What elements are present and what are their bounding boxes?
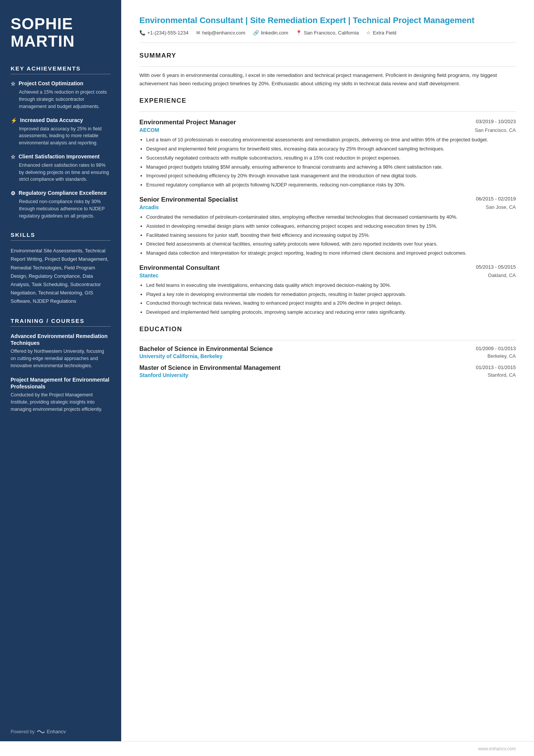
job-3-bullet-2: Played a key role in developing environm… bbox=[146, 291, 516, 299]
achievement-4: ⚙ Regulatory Compliance Excellence Reduc… bbox=[11, 190, 111, 219]
job-1-bullet-4: Managed project budgets totaling $5M ann… bbox=[146, 163, 516, 171]
achievement-3-title: Client Satisfaction Improvement bbox=[19, 153, 100, 160]
job-1-bullet-1: Led a team of 10 professionals in execut… bbox=[146, 136, 516, 144]
main-header: Environmental Consultant | Site Remediat… bbox=[139, 15, 516, 36]
skills-text: Environmental Site Assessments, Technica… bbox=[11, 247, 111, 305]
experience-title: EXPERIENCE bbox=[139, 97, 516, 105]
experience-section: EXPERIENCE Environmental Project Manager… bbox=[139, 97, 516, 316]
header-divider bbox=[139, 42, 516, 43]
degree-2-school: Stanford University bbox=[139, 372, 188, 378]
footer-url: www.enhancv.com bbox=[478, 746, 516, 751]
job-3-bullet-3: Conducted thorough technical data review… bbox=[146, 299, 516, 307]
job-2-bullet-3: Facilitated training sessions for junior… bbox=[146, 232, 516, 239]
summary-divider bbox=[139, 66, 516, 67]
job-title: Environmental Consultant | Site Remediat… bbox=[139, 15, 516, 26]
contact-location: 📍 San Francisco, California bbox=[296, 30, 359, 36]
phone-icon: 📞 bbox=[139, 30, 145, 36]
training-section-title: TRAINING / COURSES bbox=[11, 318, 111, 327]
summary-title: SUMMARY bbox=[139, 52, 516, 59]
linkedin-icon: 🔗 bbox=[253, 30, 259, 36]
degree-1-school: University of California, Berkeley bbox=[139, 353, 222, 359]
training-2-desc: Conducted by the Project Management Inst… bbox=[11, 391, 111, 413]
achievements-section-title: KEY ACHIEVEMENTS bbox=[11, 65, 111, 74]
enhancv-logo: Enhancv bbox=[37, 729, 66, 734]
job-2: Senior Environmental Specialist 06/2015 … bbox=[139, 196, 516, 257]
job-1-location: San Francisco, CA bbox=[475, 127, 516, 133]
job-1-company: AECOM bbox=[139, 127, 159, 133]
job-3: Environmental Consultant 05/2013 - 05/20… bbox=[139, 264, 516, 316]
location-text: San Francisco, California bbox=[304, 30, 359, 36]
achievement-4-title: Regulatory Compliance Excellence bbox=[19, 190, 107, 196]
achievement-1: ☆ Project Cost Optimization Achieved a 1… bbox=[11, 80, 111, 110]
experience-divider bbox=[139, 111, 516, 112]
summary-section: SUMMARY With over 6 years in environment… bbox=[139, 52, 516, 88]
degree-2-name: Master of Science in Environmental Manag… bbox=[139, 365, 281, 371]
job-1-bullet-6: Ensured regulatory compliance with all p… bbox=[146, 181, 516, 189]
job-2-title: Senior Environmental Specialist bbox=[139, 196, 238, 203]
job-1-bullet-2: Designed and implemented field programs … bbox=[146, 145, 516, 153]
degree-1-location: Berkeley, CA bbox=[487, 353, 516, 359]
job-2-bullet-2: Assisted in developing remedial design p… bbox=[146, 222, 516, 230]
training-2: Project Management for Environmental Pro… bbox=[11, 376, 111, 413]
job-1-bullets: Led a team of 10 professionals in execut… bbox=[146, 136, 516, 189]
job-3-bullets: Led field teams in executing site invest… bbox=[146, 282, 516, 316]
main-content: Environmental Consultant | Site Remediat… bbox=[121, 0, 534, 741]
footer-bar: www.enhancv.com bbox=[0, 741, 534, 756]
job-3-title: Environmental Consultant bbox=[139, 264, 220, 272]
candidate-name: SOPHIE MARTIN bbox=[11, 15, 111, 50]
achievement-2-title: Increased Data Accuracy bbox=[20, 117, 83, 123]
education-section: EDUCATION Bachelor of Science in Environ… bbox=[139, 326, 516, 378]
education-divider bbox=[139, 340, 516, 340]
skills-section-title: SKILLS bbox=[11, 232, 111, 241]
education-title: EDUCATION bbox=[139, 326, 516, 333]
summary-text: With over 6 years in environmental consu… bbox=[139, 71, 516, 88]
phone-text: +1-(234)-555-1234 bbox=[147, 30, 189, 36]
contact-email: ✉ help@enhancv.com bbox=[196, 30, 245, 36]
training-1-desc: Offered by Northwestern University, focu… bbox=[11, 348, 111, 369]
achievement-2-icon: ⚡ bbox=[11, 117, 17, 124]
degree-1-date: 01/2009 - 01/2013 bbox=[476, 346, 516, 351]
job-2-company: Arcadis bbox=[139, 204, 159, 210]
achievement-1-desc: Achieved a 15% reduction in project cost… bbox=[11, 89, 111, 110]
degree-1: Bachelor of Science in Environmental Sci… bbox=[139, 346, 516, 359]
degree-2-location: Stanford, CA bbox=[488, 372, 516, 378]
contact-linkedin: 🔗 linkedin.com bbox=[253, 30, 288, 36]
contact-row: 📞 +1-(234)-555-1234 ✉ help@enhancv.com 🔗… bbox=[139, 30, 516, 36]
job-1-bullet-5: Improved project scheduling efficiency b… bbox=[146, 172, 516, 180]
achievement-3: ☆ Client Satisfaction Improvement Enhanc… bbox=[11, 153, 111, 183]
job-3-location: Oakland, CA bbox=[488, 272, 516, 278]
job-1: Environmental Project Manager 03/2019 - … bbox=[139, 119, 516, 189]
degree-2: Master of Science in Environmental Manag… bbox=[139, 365, 516, 378]
training-1-title: Advanced Environmental Remediation Techn… bbox=[11, 333, 111, 346]
job-3-company: Stantec bbox=[139, 272, 159, 279]
extra-icon: ☆ bbox=[366, 30, 371, 36]
achievement-1-title: Project Cost Optimization bbox=[19, 80, 83, 86]
email-icon: ✉ bbox=[196, 30, 200, 36]
achievement-1-icon: ☆ bbox=[11, 81, 16, 87]
achievement-2: ⚡ Increased Data Accuracy Improved data … bbox=[11, 117, 111, 147]
job-1-title: Environmental Project Manager bbox=[139, 119, 236, 126]
contact-phone: 📞 +1-(234)-555-1234 bbox=[139, 30, 189, 36]
job-2-bullets: Coordinated the remediation of petroleum… bbox=[146, 213, 516, 257]
job-2-bullet-5: Managed data collection and interpretati… bbox=[146, 249, 516, 257]
sidebar-footer: Powered by Enhancv bbox=[11, 729, 66, 734]
contact-extra: ☆ Extra Field bbox=[366, 30, 396, 36]
job-1-bullet-3: Successfully negotiated contracts with m… bbox=[146, 154, 516, 162]
achievement-4-icon: ⚙ bbox=[11, 190, 16, 196]
achievement-3-desc: Enhanced client satisfaction rates to 98… bbox=[11, 162, 111, 183]
job-3-date: 05/2013 - 05/2015 bbox=[476, 264, 516, 270]
sidebar: SOPHIE MARTIN KEY ACHIEVEMENTS ☆ Project… bbox=[0, 0, 121, 741]
achievement-2-desc: Improved data accuracy by 25% in field a… bbox=[11, 125, 111, 147]
enhancv-brand: Enhancv bbox=[47, 729, 66, 734]
linkedin-text: linkedin.com bbox=[261, 30, 288, 36]
achievement-4-desc: Reduced non-compliance risks by 30% thro… bbox=[11, 198, 111, 219]
job-2-location: San Jose, CA bbox=[486, 204, 516, 210]
job-1-date: 03/2019 - 10/2023 bbox=[476, 119, 516, 124]
job-3-bullet-4: Developed and implemented field sampling… bbox=[146, 308, 516, 316]
training-1: Advanced Environmental Remediation Techn… bbox=[11, 333, 111, 369]
training-2-title: Project Management for Environmental Pro… bbox=[11, 376, 111, 390]
extra-text: Extra Field bbox=[373, 30, 396, 36]
degree-2-date: 01/2013 - 01/2015 bbox=[476, 365, 516, 370]
job-2-date: 06/2015 - 02/2019 bbox=[476, 196, 516, 202]
job-2-bullet-4: Directed field assessments at chemical f… bbox=[146, 240, 516, 248]
